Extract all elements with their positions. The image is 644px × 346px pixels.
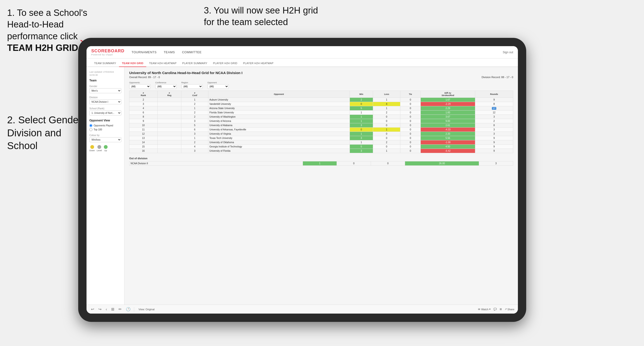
- legend-up-dot: [104, 145, 108, 149]
- radio-opponents-played[interactable]: Opponents Played: [89, 124, 121, 127]
- ood-division: NCAA Division II: [130, 162, 303, 166]
- col-win: Win: [350, 91, 373, 98]
- nav-tournaments[interactable]: TOURNAMENTS: [132, 50, 157, 54]
- sub-nav-team-summary[interactable]: TEAM SUMMARY: [91, 62, 119, 67]
- sub-nav-player-h2h-grid[interactable]: PLAYER H2H GRID: [210, 62, 240, 67]
- annotation-1-bold: TEAM H2H GRID: [7, 43, 78, 53]
- table-row: 9 3 University of Arizona 1 0 0 9.00 2: [130, 119, 513, 123]
- record-row: Overall Record: 89 - 17 - 0 Division Rec…: [129, 76, 513, 79]
- nav-committee[interactable]: COMMITTEE: [182, 50, 202, 54]
- legend-level-dot: [98, 145, 101, 149]
- filter-row: Opponents: (All) Conference (All) Region: [129, 81, 513, 89]
- sub-nav-player-summary[interactable]: PLAYER SUMMARY: [180, 62, 210, 67]
- col-rank: #Rank: [130, 91, 158, 98]
- overall-record: Overall Record: 89 - 17 - 0: [129, 76, 160, 79]
- region-filter-label: Region: [181, 81, 203, 84]
- legend-down-label: Down: [89, 149, 95, 152]
- col-conf: #Conf: [181, 91, 208, 98]
- sign-out[interactable]: Sign out: [503, 51, 513, 54]
- copy-btn[interactable]: ⊞: [110, 307, 115, 312]
- col-rounds: Rounds: [475, 91, 513, 98]
- legend-down-dot: [90, 145, 94, 149]
- table-row: 4 1 Arizona State University 5 1 0 2.29 …: [130, 106, 513, 111]
- school-select[interactable]: 1. University of Nort...: [89, 111, 121, 116]
- annotation-1-text: 1. To see a School's Head-to-Head perfor…: [7, 8, 87, 41]
- legend-up-label: Up: [104, 149, 107, 152]
- legend-level-label: Level: [97, 149, 102, 152]
- table-header-row: #Rank #Reg #Conf Opponent Win Loss Tie D…: [130, 91, 513, 98]
- ood-loss: 0: [337, 162, 371, 166]
- clock-btn[interactable]: 🕐: [125, 307, 132, 312]
- nav-links: TOURNAMENTS TEAMS COMMITTEE: [132, 50, 503, 54]
- ood-diff: 26.00: [405, 162, 479, 166]
- gender-select[interactable]: Men's: [89, 88, 121, 93]
- sub-nav: TEAM SUMMARY TEAM H2H GRID TEAM H2H HEAT…: [86, 58, 518, 67]
- opponent-filter: Opponent (All): [208, 81, 229, 89]
- view-label: View: Original: [138, 308, 154, 311]
- tablet: SCOREBOARD Powered by clippd TOURNAMENTS…: [78, 38, 526, 322]
- out-of-division-row: NCAA Division II 1 0 0 26.00 3: [130, 162, 513, 166]
- annotation-2-line3: School: [7, 140, 38, 151]
- team-section-title: Team: [89, 79, 121, 82]
- logo: SCOREBOARD Powered by clippd: [91, 48, 124, 56]
- col-loss: Loss: [373, 91, 400, 98]
- left-panel: Last Updated: 27/03/2024 16:55:38 Team G…: [86, 67, 124, 305]
- sub-nav-team-h2h-heatmap[interactable]: TEAM H2H HEATMAP: [146, 62, 180, 67]
- back-btn[interactable]: ‹: [105, 307, 108, 312]
- ood-tie: 0: [371, 162, 405, 166]
- col-reg: #Reg: [158, 91, 181, 98]
- edit-btn[interactable]: ✏: [118, 307, 122, 312]
- conference-select[interactable]: (All): [155, 84, 176, 89]
- redo-btn[interactable]: ↪: [98, 307, 102, 312]
- last-updated: Last Updated: 27/03/2024 16:55:38: [89, 71, 121, 76]
- content: Last Updated: 27/03/2024 16:55:38 Team G…: [86, 67, 518, 305]
- region-filter: Region (All): [181, 81, 203, 89]
- region-select[interactable]: (All): [181, 84, 203, 89]
- share-btn[interactable]: ↗ Share: [505, 308, 514, 311]
- opponents-filter: Opponents: (All): [129, 81, 150, 89]
- right-content: University of North Carolina Head-to-Hea…: [124, 67, 518, 305]
- opponents-filter-label: Opponents:: [129, 81, 150, 84]
- opponents-select[interactable]: (All): [129, 84, 150, 89]
- undo-btn[interactable]: ↩: [90, 307, 95, 312]
- gender-label: Gender: [89, 85, 121, 88]
- table-row: 13 1 Texas Tech University 3 0 0 5.56 9: [130, 136, 513, 140]
- annotation-2-line2: Division and: [7, 127, 62, 139]
- table-row: 12 3 University of Virginia 1 0 0 2.33 3: [130, 132, 513, 136]
- division-record: Division Record: 88 - 17 - 0: [482, 76, 513, 79]
- division-select[interactable]: NCAA Division I: [89, 99, 121, 104]
- col-diff: Diff AvStrokes/Rnd: [420, 91, 475, 98]
- h2h-title: University of North Carolina Head-to-Hea…: [129, 71, 513, 75]
- table-row: 8 2 University of Washington 1 0 0 3.67 …: [130, 115, 513, 119]
- table-row: 10 5 University of Alabama 3 0 0 2.61 8: [130, 123, 513, 128]
- annotation-3: 3. You will now see H2H grid for the tea…: [204, 5, 327, 28]
- sub-nav-team-h2h-grid[interactable]: TEAM H2H GRID: [119, 62, 146, 67]
- conference-filter: Conference (All): [155, 81, 176, 89]
- logo-sub: Powered by clippd: [91, 53, 124, 56]
- annotation-3-text: 3. You will now see H2H grid for the tea…: [204, 5, 318, 27]
- division-label: Division: [89, 96, 121, 99]
- table-row: 2 1 Auburn University 2 1 0 1.67 9: [130, 98, 513, 102]
- toolbar-sep-1: [134, 307, 134, 312]
- tablet-screen: SCOREBOARD Powered by clippd TOURNAMENTS…: [86, 46, 518, 314]
- legend-up: Up: [104, 145, 108, 152]
- table-row: 14 2 University of Oklahoma 1 2 0 -1.00 …: [130, 140, 513, 145]
- col-opponent: Opponent: [208, 91, 350, 98]
- sub-nav-player-h2h-heatmap[interactable]: PLAYER H2H HEATMAP: [240, 62, 276, 67]
- table-row: 15 4 Georgia Institute of Technology 5 0…: [130, 145, 513, 149]
- out-of-division-label: Out of division: [129, 157, 513, 160]
- colour-by-select[interactable]: Win/loss: [89, 137, 121, 142]
- comment-btn[interactable]: 💬: [494, 308, 497, 311]
- watch-btn[interactable]: 👁 Watch ▾: [478, 308, 491, 311]
- nav-teams[interactable]: TEAMS: [164, 50, 175, 54]
- bottom-toolbar: ↩ ↪ ‹ ⊞ ✏ 🕐 View: Original 👁 Watch ▾ 💬 ⊞…: [86, 305, 518, 314]
- table-row: 11 6 University of Arkansas, Fayettevill…: [130, 128, 513, 132]
- data-table: #Rank #Reg #Conf Opponent Win Loss Tie D…: [129, 91, 513, 153]
- opponent-select[interactable]: (All): [208, 84, 229, 89]
- grid-btn[interactable]: ⊞: [500, 308, 502, 311]
- radio-top100[interactable]: Top 100: [89, 128, 121, 131]
- legend-level: Level: [97, 145, 102, 152]
- table-row: 16 3 University of Florida 3 1 0 -6.42 9: [130, 149, 513, 153]
- ood-win: 1: [303, 162, 337, 166]
- colour-by-label: Colour by: [89, 134, 121, 137]
